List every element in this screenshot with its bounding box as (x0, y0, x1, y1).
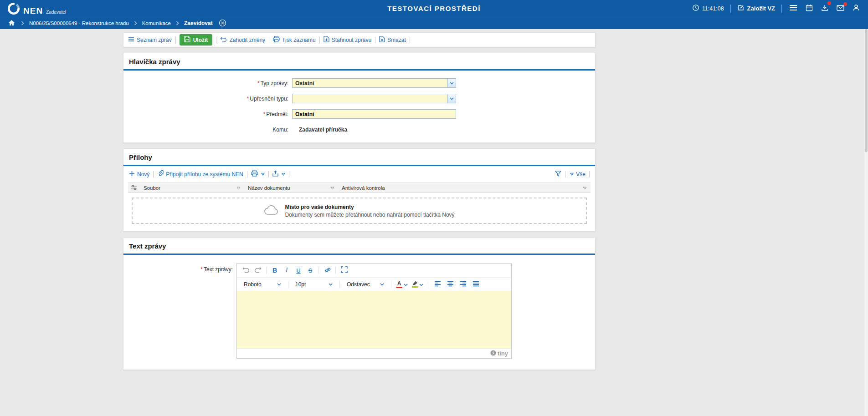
attachments-toolbar-right: Vše (555, 171, 590, 178)
delete-button[interactable]: Smazat (379, 36, 406, 44)
filter-button[interactable] (555, 171, 561, 178)
bold-icon: B (272, 267, 277, 274)
strikethrough-icon: S (308, 267, 313, 274)
new-attachment-label: Nový (137, 171, 149, 178)
calendar-button[interactable] (805, 3, 814, 14)
action-toolbar: Seznam zpráv Uložit Zahodit změny Tisk z… (123, 32, 596, 47)
section-title-text-zpravy: Text zprávy (123, 238, 595, 255)
downloads-button[interactable] (820, 3, 829, 14)
save-button[interactable]: Uložit (180, 34, 213, 46)
download-message-label: Stáhnout zprávu (332, 37, 371, 43)
filter-triangle-icon[interactable] (236, 185, 241, 191)
chevron-down-icon[interactable] (447, 94, 456, 103)
nen-logo[interactable]: NEN Zadavatel (7, 2, 66, 15)
column-header-nazev-dokumentu[interactable]: Název dokumentu (244, 183, 338, 193)
new-attachment-button[interactable]: Nový (129, 171, 149, 178)
message-text-section: Text zprávy *Text zprávy: (123, 237, 596, 370)
filter-triangle-icon[interactable] (583, 185, 587, 191)
redo-button[interactable] (252, 265, 263, 276)
message-text-body: *Text zprávy: B (123, 255, 595, 370)
typ-zpravy-select[interactable]: Ostatní (292, 78, 456, 88)
chevron-down-icon (380, 283, 384, 286)
home-button[interactable] (7, 19, 16, 28)
form-row-komu: Komu: Zadavatel příručka (123, 125, 595, 134)
italic-button[interactable]: I (281, 265, 292, 276)
separator (247, 171, 247, 178)
align-right-button[interactable] (457, 279, 468, 290)
notification-badge (843, 2, 847, 6)
message-header-form: *Typ zprávy: Ostatní *Upřesnění typu: (123, 71, 595, 142)
chevron-down-icon (277, 283, 281, 286)
user-button[interactable] (852, 3, 861, 14)
chevron-right-icon (176, 21, 179, 25)
breadcrumb-item-komunikace[interactable]: Komunikace (142, 20, 171, 26)
print-menu-button[interactable] (251, 170, 265, 178)
bold-button[interactable]: B (269, 265, 280, 276)
filter-triangle-icon[interactable] (330, 185, 334, 191)
editor-content[interactable] (237, 291, 511, 348)
breadcrumb-item-contract[interactable]: N006/25/S00000649 - Rekonstrukce hradu (29, 20, 129, 26)
align-center-button[interactable] (445, 279, 456, 290)
predmet-input[interactable] (295, 110, 456, 118)
create-vz-button[interactable]: Založit VZ (737, 4, 775, 13)
fullscreen-button[interactable] (339, 265, 349, 276)
font-family-select[interactable]: Roboto (241, 280, 284, 289)
tiny-brand-text: tiny (498, 350, 508, 357)
logo-text: NEN (23, 6, 43, 15)
font-size-select[interactable]: 10pt (292, 280, 336, 289)
attachment-dropzone[interactable]: Místo pro vaše dokumenty Dokumenty sem m… (132, 198, 587, 224)
attach-from-nen-button[interactable]: Připojit přílohu ze systému NEN (157, 170, 243, 178)
highlight-color-button[interactable] (411, 279, 424, 290)
separator (781, 5, 782, 13)
align-justify-button[interactable] (470, 279, 481, 290)
align-right-icon (460, 281, 467, 288)
separator (589, 171, 590, 178)
scrollbar[interactable] (864, 29, 868, 416)
delete-label: Smazat (387, 37, 406, 43)
separator (428, 281, 428, 288)
separator (318, 267, 319, 274)
show-all-label: Vše (576, 171, 586, 178)
show-all-button[interactable]: Vše (569, 171, 586, 178)
block-format-select[interactable]: Odstavec (344, 280, 387, 289)
align-left-button[interactable] (432, 279, 443, 290)
download-message-button[interactable]: Stáhnout zprávu (324, 36, 371, 44)
font-family-value: Roboto (244, 281, 262, 288)
typ-zpravy-value: Ostatní (295, 80, 314, 86)
undo-icon (220, 36, 227, 44)
clock-icon (692, 4, 699, 13)
messages-button[interactable] (836, 4, 845, 13)
upresneni-typu-select[interactable] (292, 94, 456, 103)
discard-changes-button[interactable]: Zahodit změny (220, 36, 265, 44)
printer-icon (273, 36, 280, 44)
caret-down-icon (261, 173, 265, 176)
insert-link-button[interactable] (322, 265, 333, 276)
rich-text-editor: B I U S (236, 263, 512, 359)
separator (266, 267, 267, 274)
chevron-down-icon[interactable] (447, 79, 456, 87)
underline-button[interactable]: U (293, 265, 304, 276)
printer-icon (251, 170, 258, 178)
strikethrough-button[interactable]: S (305, 265, 316, 276)
align-justify-icon (473, 281, 479, 288)
cloud-upload-icon (264, 205, 278, 217)
close-tab-button[interactable] (219, 19, 226, 28)
column-header-soubor[interactable]: Soubor (140, 183, 244, 193)
separator (410, 37, 410, 43)
clock: 11:41:08 (692, 4, 724, 13)
attach-from-nen-label: Připojit přílohu ze systému NEN (166, 171, 243, 178)
export-menu-button[interactable] (272, 170, 285, 178)
separator (375, 37, 375, 43)
column-header-antivirova-kontrola[interactable]: Antivirová kontrola (338, 183, 591, 193)
tinymce-logo[interactable]: tiny (490, 350, 508, 357)
undo-button[interactable] (241, 265, 252, 276)
text-color-button[interactable]: A (395, 279, 409, 290)
save-label: Uložit (193, 37, 208, 43)
menu-button[interactable] (788, 4, 798, 13)
message-list-button[interactable]: Seznam zpráv (128, 36, 172, 43)
separator (268, 171, 269, 178)
column-settings-button[interactable] (128, 183, 140, 193)
print-record-button[interactable]: Tisk záznamu (273, 36, 316, 44)
chevron-down-icon (404, 281, 408, 288)
scrollbar-thumb[interactable] (865, 29, 868, 152)
